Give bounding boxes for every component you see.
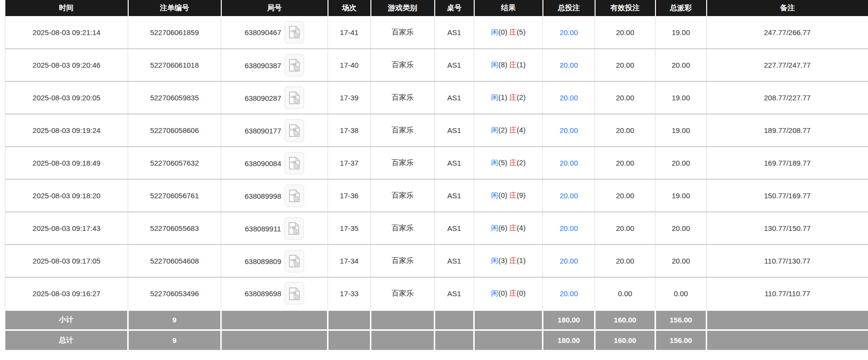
- column-header-result: 结果: [474, 0, 543, 16]
- column-header-remark: 备注: [707, 0, 868, 16]
- header-row: 时间 注单编号 局号 场次 游戏类别 桌号 结果 总投注 有效投注 总派彩 备注: [5, 0, 868, 16]
- video-replay-button[interactable]: [285, 152, 304, 174]
- cell-bet-id: 522706061018: [128, 49, 221, 81]
- cell-remark: 110.77/110.77: [707, 277, 868, 310]
- cell-remark: 189.77/208.77: [707, 114, 868, 147]
- cell-table-no: AS1: [435, 245, 474, 277]
- video-file-icon: [289, 25, 300, 39]
- cell-total-bet: 20.00: [543, 147, 595, 179]
- cell-remark: 110.77/130.77: [707, 245, 868, 277]
- cell-game-type: 百家乐: [371, 81, 435, 114]
- cell-total-payout: 20.00: [656, 49, 707, 81]
- column-header-round: 局号: [221, 0, 328, 16]
- total-row: 总计 9 180.00 160.00 156.00: [5, 330, 868, 350]
- video-file-icon: [289, 287, 300, 301]
- cell-game-type: 百家乐: [371, 212, 435, 245]
- cell-bet-id: 522706061859: [128, 16, 221, 49]
- cell-time: 2025-08-03 09:21:14: [5, 16, 128, 49]
- result-banker-score: (4): [517, 224, 525, 232]
- cell-valid-bet: 20.00: [595, 114, 656, 147]
- total-count: 9: [128, 330, 221, 350]
- result-player-label: 闲: [491, 93, 499, 101]
- cell-total-payout: 20.00: [656, 245, 707, 277]
- cell-session: 17-41: [328, 16, 371, 49]
- cell-bet-id: 522706056761: [128, 179, 221, 212]
- round-number: 638090467: [245, 28, 281, 37]
- column-header-table-no: 桌号: [435, 0, 474, 16]
- cell-game-type: 百家乐: [371, 16, 435, 49]
- result-player-score: (0): [499, 289, 507, 297]
- round-number: 638090177: [245, 126, 281, 134]
- cell-game-type: 百家乐: [371, 147, 435, 179]
- result-player-label: 闲: [491, 256, 499, 265]
- table-row: 2025-08-03 09:19:24 522706058606 6380901…: [5, 114, 868, 147]
- cell-remark: 247.77/266.77: [707, 16, 868, 49]
- cell-bet-id: 522706053496: [128, 277, 221, 310]
- video-replay-button[interactable]: [285, 185, 304, 207]
- subtotal-total-bet: 180.00: [543, 310, 595, 330]
- round-number: 638089809: [245, 257, 281, 265]
- cell-round: 638090387: [221, 49, 328, 81]
- total-bet-link[interactable]: 20.00: [559, 94, 578, 102]
- video-replay-button[interactable]: [285, 54, 304, 76]
- cell-table-no: AS1: [435, 49, 474, 81]
- round-number: 638090287: [245, 94, 281, 102]
- column-header-session: 场次: [328, 0, 371, 16]
- total-bet-link[interactable]: 20.00: [559, 28, 578, 37]
- cell-session: 17-38: [328, 114, 371, 147]
- video-replay-button[interactable]: [285, 250, 304, 272]
- cell-valid-bet: 20.00: [595, 212, 656, 245]
- total-bet-link[interactable]: 20.00: [559, 159, 578, 167]
- round-number: 638090084: [245, 159, 281, 167]
- cell-valid-bet: 0.00: [595, 277, 656, 310]
- video-file-icon: [289, 189, 300, 203]
- cell-total-payout: 19.00: [656, 16, 707, 49]
- result-player-score: (0): [499, 191, 507, 199]
- total-bet-link[interactable]: 20.00: [559, 224, 578, 232]
- video-replay-button[interactable]: [285, 87, 304, 109]
- cell-time: 2025-08-03 09:18:20: [5, 179, 128, 212]
- total-bet-link[interactable]: 20.00: [559, 191, 578, 200]
- video-replay-button[interactable]: [284, 217, 304, 240]
- result-banker-label: 庄: [509, 224, 517, 232]
- table-row: 2025-08-03 09:18:20 522706056761 6380899…: [5, 179, 868, 212]
- cell-session: 17-39: [328, 81, 371, 114]
- cell-total-payout: 19.00: [656, 81, 707, 114]
- result-player-label: 闲: [491, 158, 499, 167]
- cell-time: 2025-08-03 09:17:43: [5, 212, 128, 245]
- total-bet-link[interactable]: 20.00: [559, 289, 578, 298]
- cell-table-no: AS1: [435, 277, 474, 310]
- video-replay-button[interactable]: [285, 119, 304, 142]
- cell-bet-id: 522706057632: [128, 147, 221, 179]
- cell-session: 17-40: [328, 49, 371, 81]
- video-replay-button[interactable]: [285, 282, 304, 304]
- cell-total-payout: 20.00: [656, 147, 707, 179]
- cell-total-payout: 19.00: [656, 179, 707, 212]
- cell-total-bet: 20.00: [543, 179, 595, 212]
- column-header-time: 时间: [5, 0, 128, 16]
- result-banker-label: 庄: [509, 191, 517, 199]
- table-row: 2025-08-03 09:20:05 522706059835 6380902…: [5, 81, 868, 114]
- result-player-score: (3): [499, 256, 507, 265]
- cell-result: 闲(0) 庄(5): [474, 16, 543, 49]
- table-header: 时间 注单编号 局号 场次 游戏类别 桌号 结果 总投注 有效投注 总派彩 备注: [5, 0, 868, 16]
- table-footer: 小计 9 180.00 160.00 156.00 总计 9 180.00 16…: [5, 310, 868, 350]
- video-file-icon: [289, 91, 300, 105]
- total-bet-link[interactable]: 20.00: [559, 257, 578, 265]
- total-bet-link[interactable]: 20.00: [559, 126, 578, 134]
- cell-total-payout: 0.00: [656, 277, 707, 310]
- result-player-score: (2): [499, 126, 507, 134]
- cell-session: 17-37: [328, 147, 371, 179]
- cell-result: 闲(8) 庄(1): [474, 49, 543, 81]
- result-player-label: 闲: [491, 126, 499, 134]
- video-replay-button[interactable]: [285, 21, 304, 43]
- total-bet-link[interactable]: 20.00: [559, 61, 578, 69]
- result-banker-score: (1): [517, 256, 525, 265]
- cell-time: 2025-08-03 09:17:05: [5, 245, 128, 277]
- video-file-icon: [289, 124, 300, 137]
- cell-round: 638089998: [221, 179, 328, 212]
- video-file-icon: [289, 156, 300, 170]
- round-number: 638089911: [245, 224, 281, 232]
- cell-game-type: 百家乐: [371, 277, 435, 310]
- cell-result: 闲(2) 庄(4): [474, 114, 543, 147]
